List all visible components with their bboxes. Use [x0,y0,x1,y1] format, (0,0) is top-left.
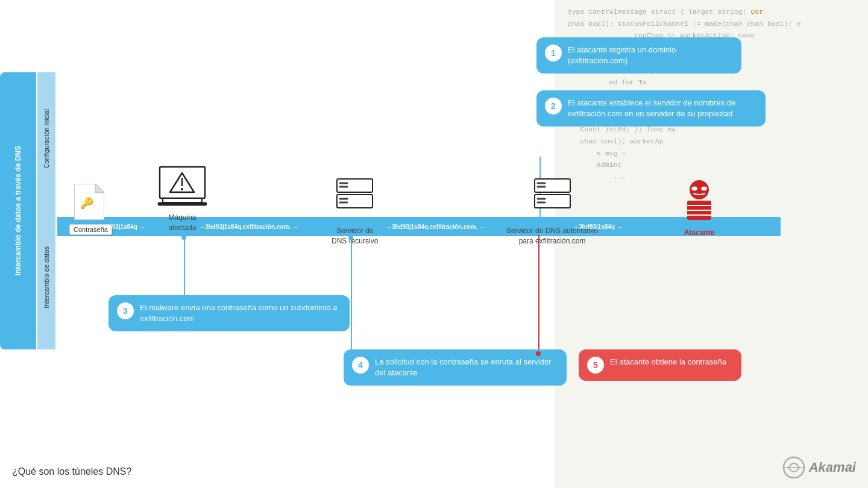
flow-arrow-3: →3hd93j1s84q.exfiltración.com. → [386,219,485,234]
step3-connector [184,235,185,298]
dns-recursive-icon [335,178,374,221]
step-4-bubble: 4 La solicitud con la contraseña se enru… [344,349,567,386]
main-content: Intercambio de datos a través de DNS Con… [0,0,868,488]
data-exchange-section-label: Intercambio de datos [37,205,55,349]
step2-dot [537,218,542,223]
step-4-number: 4 [352,357,369,374]
dns-auth-node: Servidor de DNS autoritativo para exfilt… [506,178,598,246]
laptop-label: Máquina afectada [168,213,196,233]
step-3-bubble: 3 El malware envía una contraseña como u… [108,295,350,331]
svg-point-23 [701,187,707,191]
svg-rect-9 [337,179,373,192]
svg-rect-8 [158,202,207,205]
left-bar: Intercambio de datos a través de DNS [0,72,36,349]
attacker-icon [681,178,717,223]
step-5-number: 5 [587,357,604,374]
step-4-text: La solicitud con la contraseña se enruta… [375,357,558,378]
svg-rect-12 [337,195,373,208]
svg-rect-15 [535,179,570,192]
attacker-node: Atacante [681,178,717,238]
dns-auth-label: Servidor de DNS autoritativo para exfilt… [506,226,598,246]
config-section-label: Configuración inicial [37,72,55,205]
svg-point-6 [181,188,183,190]
step-1-number: 1 [545,45,562,61]
step4-dot [348,235,353,240]
step-1-bubble: 1 El atacante registra un dominio (exfil… [536,37,741,74]
akamai-logo: Akamai [782,456,856,479]
attacker-label: Atacante [684,228,715,238]
laptop-node: Máquina afectada [157,166,208,233]
svg-rect-18 [535,195,570,208]
dns-auth-icon [533,178,572,221]
svg-marker-1 [95,184,104,193]
step4-connector [351,235,352,352]
password-label: Contraseña [69,224,112,235]
step-5-bubble: 5 El atacante obtiene la contraseña [579,349,741,381]
dns-recursive-node: Servidor de DNS recursivo [332,178,378,246]
flow-arrow-2: →3hd93j1s84q.exfiltración.com. → [199,219,298,234]
laptop-icon [157,166,208,208]
step5-connector [538,235,539,352]
password-document-icon: 🔑 [74,184,104,220]
step-2-number: 2 [545,98,562,114]
dns-recursive-label: Servidor de DNS recursivo [332,226,378,246]
left-bar-label: Intercambio de datos a través de DNS [14,146,22,275]
step-2-text: El atacante establece el servidor de nom… [568,98,757,119]
password-node: 🔑 Contraseña [69,184,112,235]
step3-dot [181,235,186,240]
step-5-text: El atacante obtiene la contraseña [610,357,726,368]
akamai-circle-icon [782,456,805,479]
akamai-text: Akamai [809,460,856,475]
step-2-bubble: 2 El atacante establece el servidor de n… [536,90,766,127]
step5-dot [536,351,541,356]
bottom-title: ¿Qué son los túneles DNS? [12,466,131,477]
step-3-text: El malware envía una contraseña como un … [140,302,341,324]
svg-text:🔑: 🔑 [80,196,94,210]
svg-rect-7 [163,198,202,202]
step-3-number: 3 [117,302,134,319]
step-1-text: El atacante registra un dominio (exfiltr… [568,45,733,66]
svg-point-22 [691,187,697,191]
